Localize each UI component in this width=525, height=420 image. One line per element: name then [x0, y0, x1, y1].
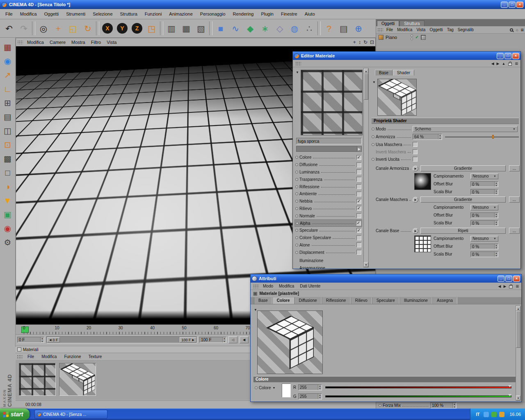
- channel-checkbox[interactable]: [356, 184, 361, 189]
- maximize-button[interactable]: □: [504, 53, 511, 59]
- forza-mix-field[interactable]: 100 % ▲▼: [430, 402, 457, 409]
- animation-dot[interactable]: [295, 244, 298, 247]
- channel-checkbox[interactable]: [356, 235, 361, 240]
- material-editor-titlebar[interactable]: Editor Materiale _ □ ×: [293, 52, 520, 60]
- go-to-start-button[interactable]: ◁: [228, 336, 237, 343]
- material-channel-row[interactable]: Speculare: [294, 227, 362, 234]
- spinner-arrows[interactable]: ▲▼: [438, 134, 442, 139]
- spinner-arrows[interactable]: ▲▼: [40, 337, 44, 342]
- slider-handle[interactable]: [492, 135, 494, 139]
- campionamento-dropdown[interactable]: Nessuno▼: [470, 173, 498, 179]
- add-nurbs-icon[interactable]: ◆: [243, 20, 258, 37]
- back-icon[interactable]: ◀: [497, 284, 502, 288]
- attributi-tab[interactable]: Speculare: [372, 297, 399, 304]
- object-menu-item[interactable]: File: [384, 27, 395, 32]
- object-menu-item[interactable]: Tag: [445, 27, 456, 32]
- more-options-button[interactable]: ...: [509, 228, 520, 234]
- armonizza-stepper[interactable]: 64 % ▲▼: [413, 134, 442, 140]
- material-channel-row[interactable]: Alone: [294, 242, 362, 249]
- close-button[interactable]: ×: [513, 276, 520, 282]
- spinner-arrows[interactable]: ▲▼: [222, 337, 226, 342]
- redo-icon[interactable]: ↷: [16, 20, 31, 37]
- dropdown-arrow-icon[interactable]: ▼: [272, 386, 275, 389]
- drop-to-floor-icon[interactable]: ▼: [1, 194, 14, 208]
- material-channel-row[interactable]: Colore Speculare: [294, 234, 362, 242]
- viewport-menu-item[interactable]: Mostra: [68, 39, 88, 45]
- gradiente-button[interactable]: Gradiente: [420, 165, 506, 171]
- scala-blur-stepper[interactable]: 0 %▲▼: [470, 189, 498, 195]
- channel-checkbox[interactable]: [356, 250, 361, 255]
- channel-checkbox[interactable]: [356, 162, 361, 167]
- object-row[interactable]: Piano ✓: [376, 34, 525, 41]
- minimize-button[interactable]: _: [497, 53, 504, 59]
- attributi-tab[interactable]: Base: [254, 297, 272, 304]
- viewport-menu-item[interactable]: Modifica: [24, 39, 47, 45]
- grip-handle[interactable]: [253, 284, 259, 288]
- scala-blur-stepper[interactable]: 0 %▲▼: [470, 220, 498, 226]
- dolly-view-icon[interactable]: ↕: [357, 39, 362, 45]
- attributi-tab[interactable]: Illuminazione: [399, 297, 432, 304]
- materials-menu-item[interactable]: File: [24, 354, 38, 360]
- red-slider[interactable]: [325, 386, 511, 388]
- collapse-triangle-icon[interactable]: ▼: [254, 308, 257, 312]
- collapse-triangle-icon[interactable]: ▼: [296, 71, 299, 74]
- green-slider[interactable]: [325, 395, 511, 397]
- campionamento-dropdown[interactable]: Nessuno▼: [470, 236, 498, 242]
- channel-checkbox[interactable]: [356, 177, 361, 182]
- attributi-tab[interactable]: Diffusione: [294, 297, 321, 304]
- dock-icon[interactable]: ⊞: [514, 62, 519, 66]
- search-icon[interactable]: [510, 28, 513, 32]
- back-icon[interactable]: ◀: [490, 62, 495, 66]
- shader-tab[interactable]: Shader: [393, 70, 414, 75]
- shader-texture-preview[interactable]: [301, 70, 363, 135]
- attributi-menu-item[interactable]: Modifica: [276, 284, 297, 288]
- app-titlebar[interactable]: CINEMA 4D - [Senza Titolo *] _ □ ×: [0, 0, 525, 9]
- green-value-field[interactable]: 255 ▲▼: [298, 393, 322, 399]
- minimize-button[interactable]: _: [501, 2, 508, 8]
- material-channel-row[interactable]: Rilievo: [294, 205, 362, 212]
- channel-checkbox[interactable]: [356, 199, 361, 204]
- materials-menu-item[interactable]: Modifica: [38, 354, 60, 360]
- menu-item[interactable]: Modifica: [16, 11, 41, 17]
- coord-system-icon[interactable]: ◳: [144, 20, 159, 37]
- material-channel-row[interactable]: Diffusione: [294, 161, 362, 169]
- grip-handle[interactable]: [17, 40, 23, 44]
- toolbar-separator[interactable]: [209, 21, 212, 35]
- object-menu-item[interactable]: Vista: [414, 27, 427, 32]
- toolbar-separator[interactable]: [160, 21, 163, 35]
- content-browser-icon[interactable]: ▤: [336, 20, 351, 37]
- tray-icon[interactable]: [484, 412, 489, 417]
- gradiente-button[interactable]: Gradiente: [420, 196, 506, 203]
- array-icon[interactable]: ▤: [1, 110, 14, 124]
- more-options-button[interactable]: ...: [509, 196, 520, 203]
- slider-handle[interactable]: [508, 394, 511, 396]
- color-swatch[interactable]: [282, 383, 291, 397]
- attributi-titlebar[interactable]: Attributi _ □ ×: [251, 274, 521, 283]
- materials-menu-item[interactable]: Funzione: [60, 354, 84, 360]
- lock-icon[interactable]: [509, 285, 513, 288]
- preview-range-slider[interactable]: ◀0 F 100 F▶: [46, 336, 197, 343]
- shader-tab[interactable]: Base: [375, 70, 393, 75]
- ripeti-button[interactable]: Ripeti: [420, 228, 506, 234]
- world-grid-icon[interactable]: ◉: [1, 54, 14, 68]
- manager-tab[interactable]: Oggetti: [377, 21, 399, 26]
- texture-slot-bar[interactable]: ▶: [296, 146, 362, 152]
- channel-checkbox[interactable]: [356, 155, 361, 160]
- material-channel-row[interactable]: Displacement: [294, 249, 362, 256]
- menu-item[interactable]: Oggetti: [41, 11, 62, 17]
- menu-item[interactable]: Rendering: [229, 11, 258, 17]
- animation-dot[interactable]: [295, 251, 298, 254]
- materials-menu-item[interactable]: Texture: [85, 354, 106, 360]
- viewport-menu-item[interactable]: Filtro: [88, 39, 104, 45]
- material-channel-row[interactable]: Riflessione: [294, 183, 362, 190]
- toolbar-separator[interactable]: [32, 21, 35, 35]
- expand-arrow-icon[interactable]: ▶: [357, 146, 361, 151]
- inverti-uscita-checkbox[interactable]: [413, 157, 418, 162]
- attributi-menu-item[interactable]: Dati Utente: [297, 284, 323, 288]
- forward-icon[interactable]: ▶: [502, 284, 508, 288]
- manager-tab[interactable]: Struttura: [399, 21, 424, 26]
- animation-dot[interactable]: [295, 236, 298, 239]
- material-channel-row[interactable]: Nebbia: [294, 198, 362, 205]
- spinner-arrows[interactable]: ▲▼: [318, 385, 322, 390]
- channel-checkbox[interactable]: [356, 242, 361, 247]
